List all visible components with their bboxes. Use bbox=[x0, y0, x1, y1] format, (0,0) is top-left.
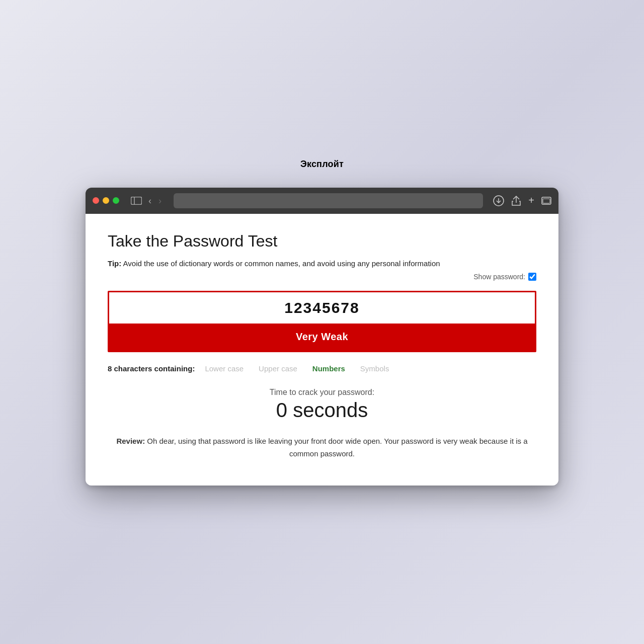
crack-time-label: Time to crack your password: bbox=[108, 388, 536, 397]
category-upper-case: Upper case bbox=[259, 364, 297, 373]
sidebar-toggle-icon[interactable] bbox=[129, 196, 143, 206]
address-bar[interactable] bbox=[174, 193, 483, 208]
char-categories: Lower case Upper case Numbers Symbols bbox=[205, 364, 536, 373]
browser-actions: + bbox=[493, 195, 551, 206]
review-body: Oh dear, using that password is like lea… bbox=[147, 437, 527, 458]
show-password-label: Show password: bbox=[473, 273, 525, 281]
browser-content: Take the Password Test Tip: Avoid the us… bbox=[86, 214, 558, 486]
show-password-checkbox[interactable] bbox=[528, 273, 536, 281]
character-info: 8 characters containing: Lower case Uppe… bbox=[108, 364, 536, 373]
strength-bar: Very Weak bbox=[109, 324, 535, 351]
password-input[interactable] bbox=[109, 292, 535, 324]
content-heading: Take the Password Test bbox=[108, 232, 536, 251]
browser-controls: ‹ › bbox=[129, 195, 164, 206]
password-input-wrapper: Very Weak bbox=[108, 291, 536, 352]
category-numbers: Numbers bbox=[312, 364, 345, 373]
tip-body-text: Avoid the use of dictionary words or com… bbox=[123, 259, 440, 268]
tab-overview-icon[interactable] bbox=[541, 196, 551, 206]
browser-titlebar: ‹ › + bbox=[86, 188, 558, 214]
forward-arrow-icon[interactable]: › bbox=[156, 195, 164, 206]
strength-label: Very Weak bbox=[296, 331, 348, 343]
share-icon[interactable] bbox=[511, 195, 521, 206]
category-symbols: Symbols bbox=[360, 364, 389, 373]
back-arrow-icon[interactable]: ‹ bbox=[146, 195, 153, 206]
char-count-label: 8 characters containing: bbox=[108, 364, 195, 373]
category-lower-case: Lower case bbox=[205, 364, 244, 373]
traffic-light-yellow[interactable] bbox=[103, 197, 109, 204]
tip-paragraph: Tip: Avoid the use of dictionary words o… bbox=[108, 258, 536, 270]
traffic-lights bbox=[93, 197, 119, 204]
page-title: Эксплойт bbox=[300, 159, 344, 170]
svg-rect-0 bbox=[131, 197, 142, 204]
tip-label: Tip: bbox=[108, 259, 121, 268]
review-section: Review: Oh dear, using that password is … bbox=[108, 435, 536, 460]
download-icon[interactable] bbox=[493, 195, 504, 206]
crack-time-value: 0 seconds bbox=[108, 399, 536, 422]
show-password-row: Show password: bbox=[108, 273, 536, 281]
review-label: Review: bbox=[116, 437, 145, 445]
traffic-light-green[interactable] bbox=[113, 197, 119, 204]
add-tab-icon[interactable]: + bbox=[528, 195, 534, 206]
crack-time-section: Time to crack your password: 0 seconds bbox=[108, 388, 536, 422]
browser-window: ‹ › + bbox=[86, 188, 558, 486]
svg-rect-6 bbox=[543, 199, 550, 203]
traffic-light-red[interactable] bbox=[93, 197, 99, 204]
